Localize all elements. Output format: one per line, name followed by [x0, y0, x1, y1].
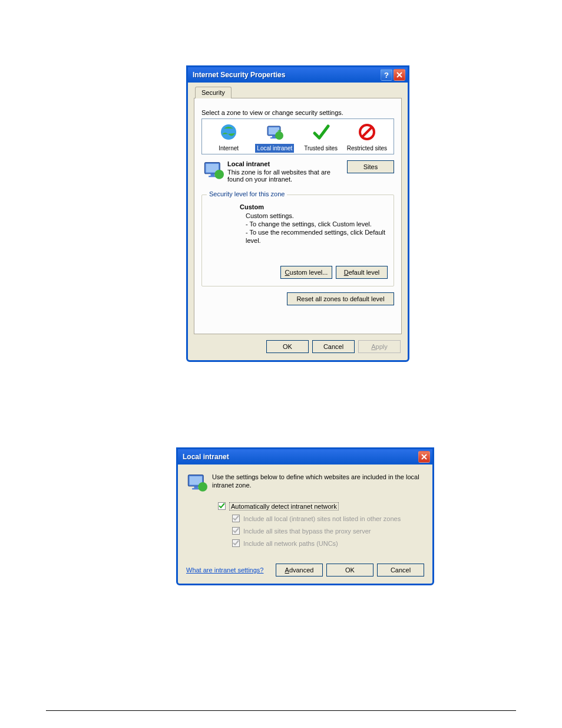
- titlebar[interactable]: Internet Security Properties ?: [188, 67, 408, 83]
- close-icon: [421, 454, 427, 460]
- zone-label: Local intranet: [255, 144, 294, 153]
- zone-prompt: Select a zone to view or change security…: [201, 109, 394, 116]
- checkbox-icon[interactable]: [218, 502, 226, 510]
- security-level-group: Security level for this zone Custom Cust…: [201, 195, 394, 286]
- sites-button[interactable]: Sites: [347, 160, 394, 173]
- cancel-button[interactable]: Cancel: [312, 340, 355, 353]
- custom-title: Custom: [240, 203, 388, 210]
- help-button[interactable]: ?: [381, 69, 392, 81]
- checkbox-label: Include all network paths (UNCs): [243, 540, 338, 547]
- zone-info-desc: This zone is for all websites that are f…: [227, 169, 347, 183]
- custom-level-button[interactable]: Custom level...: [280, 266, 332, 279]
- check-icon: [233, 528, 239, 534]
- cancel-button[interactable]: Cancel: [377, 564, 424, 577]
- checkbox-label: Include all sites that bypass the proxy …: [243, 528, 371, 535]
- forbidden-icon: [358, 123, 376, 141]
- zone-label: Internet: [217, 144, 240, 153]
- zone-internet[interactable]: Internet: [206, 123, 252, 153]
- titlebar[interactable]: Local intranet: [178, 449, 432, 465]
- checkbox-icon: [232, 527, 240, 535]
- svg-point-12: [214, 170, 224, 179]
- checkmark-icon: [312, 123, 330, 141]
- globe-icon: [219, 123, 238, 141]
- check-icon: [233, 515, 239, 522]
- close-button[interactable]: [418, 451, 430, 463]
- ok-button[interactable]: OK: [266, 340, 309, 353]
- checkbox-icon: [232, 515, 240, 522]
- tab-strip: Security: [194, 86, 402, 98]
- dialog-title: Internet Security Properties: [193, 71, 379, 79]
- check-icon: [219, 503, 225, 509]
- custom-line: - To use the recommended settings, click…: [246, 228, 388, 245]
- intranet-settings-link[interactable]: What are intranet settings?: [186, 566, 263, 574]
- tab-panel: Select a zone to view or change security…: [194, 98, 402, 334]
- default-level-button[interactable]: Default level: [336, 266, 388, 279]
- ok-button[interactable]: OK: [326, 564, 373, 577]
- close-button[interactable]: [394, 69, 405, 81]
- checkbox-include-local: Include all local (intranet) sites not l…: [232, 515, 424, 522]
- intro-text: Use the settings below to define which w…: [212, 472, 424, 493]
- zone-trusted-sites[interactable]: Trusted sites: [298, 123, 344, 153]
- intranet-icon: [186, 472, 207, 493]
- zone-list: Internet Local intranet: [201, 118, 394, 154]
- svg-point-5: [275, 131, 283, 140]
- monitor-icon: [265, 123, 284, 141]
- checkbox-network-paths: Include all network paths (UNCs): [232, 539, 424, 547]
- zone-label: Trusted sites: [302, 144, 339, 153]
- check-icon: [233, 540, 239, 546]
- svg-point-17: [198, 482, 207, 492]
- svg-rect-15: [194, 486, 199, 488]
- zone-local-intranet[interactable]: Local intranet: [252, 123, 297, 153]
- svg-line-7: [362, 127, 372, 137]
- monitor-icon: [186, 472, 207, 493]
- zone-restricted-sites[interactable]: Restricted sites: [344, 123, 390, 153]
- local-intranet-dialog: Local intranet Use the settings below to…: [176, 447, 434, 585]
- apply-button: Apply: [358, 340, 401, 353]
- monitor-icon: [203, 159, 224, 180]
- checkbox-bypass-proxy: Include all sites that bypass the proxy …: [232, 527, 424, 535]
- custom-line: - To change the settings, click Custom l…: [246, 220, 388, 228]
- svg-point-0: [221, 124, 236, 140]
- advanced-button[interactable]: Advanced: [276, 564, 323, 577]
- svg-rect-10: [211, 174, 215, 176]
- checkbox-label: Include all local (intranet) sites not l…: [243, 515, 401, 522]
- tab-security[interactable]: Security: [195, 87, 232, 98]
- custom-line: Custom settings.: [246, 212, 388, 220]
- group-legend: Security level for this zone: [207, 190, 287, 197]
- zone-info-icon: [203, 159, 224, 180]
- dialog-title: Local intranet: [183, 453, 417, 461]
- checkbox-auto-detect[interactable]: Automatically detect intranet network: [218, 502, 424, 510]
- close-icon: [396, 72, 402, 78]
- zone-label: Restricted sites: [345, 144, 389, 153]
- zone-info-name: Local intranet: [227, 160, 347, 167]
- reset-zones-button[interactable]: Reset all zones to default level: [287, 292, 394, 305]
- checkbox-label: Automatically detect intranet network: [229, 502, 339, 510]
- checkbox-icon: [232, 539, 240, 547]
- page-divider: [46, 710, 516, 711]
- security-properties-dialog: Internet Security Properties ? Security …: [186, 65, 409, 362]
